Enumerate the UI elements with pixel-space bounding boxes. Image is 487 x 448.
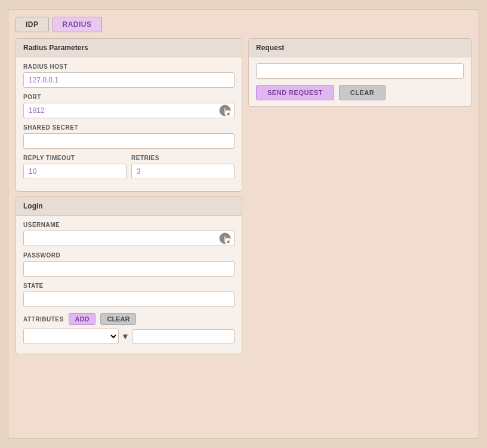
tab-radius[interactable]: RADIUS (53, 17, 102, 32)
radius-params-header: Radius Parameters (16, 39, 242, 57)
attributes-label: ATTRIBUTES (23, 316, 64, 323)
retries-label: RETRIES (131, 155, 235, 161)
login-body: USERNAME i ✕ (16, 216, 242, 354)
content-area: Radius Parameters RADIUS HOST PORT (16, 38, 471, 431)
right-panel: Request SEND REQUEST CLEAR (248, 38, 471, 431)
username-label: USERNAME (23, 222, 235, 228)
username-input-wrapper: i ✕ (23, 231, 235, 246)
retries-group: RETRIES (131, 155, 235, 179)
radius-host-label: RADIUS HOST (23, 63, 235, 70)
username-group: USERNAME i ✕ (23, 222, 235, 246)
request-header: Request (249, 39, 471, 57)
reply-timeout-group: REPLY TIMEOUT (23, 155, 127, 179)
login-section: Login USERNAME i ✕ (16, 197, 242, 354)
port-group: PORT i ✕ (23, 94, 235, 118)
clear-attribute-button[interactable]: CLEAR (100, 313, 136, 325)
password-input[interactable] (23, 261, 235, 277)
password-label: PASSWORD (23, 252, 235, 259)
state-input[interactable] (23, 291, 235, 307)
shared-secret-label: SHARED SECRET (23, 124, 235, 131)
send-request-button[interactable]: SEND REQUEST (256, 85, 334, 100)
timeout-retries-row: REPLY TIMEOUT RETRIES (23, 155, 235, 185)
port-info-icon[interactable]: i ✕ (219, 105, 231, 116)
radius-host-group: RADIUS HOST (23, 63, 235, 88)
attribute-select[interactable] (23, 329, 119, 344)
tab-bar: IDP RADIUS (16, 17, 471, 32)
request-body: SEND REQUEST CLEAR (249, 57, 471, 106)
svg-text:✕: ✕ (226, 240, 230, 245)
radius-host-input[interactable] (23, 72, 235, 88)
reply-timeout-input[interactable] (23, 164, 127, 179)
dropdown-arrow-icon: ▼ (121, 332, 130, 341)
port-input[interactable] (23, 103, 235, 118)
add-attribute-button[interactable]: ADD (69, 313, 96, 325)
attribute-dropdown-row: ▼ (23, 329, 235, 344)
retries-input[interactable] (131, 164, 235, 179)
left-panel: Radius Parameters RADIUS HOST PORT (16, 38, 242, 431)
attributes-row: ATTRIBUTES ADD CLEAR (23, 313, 235, 325)
attribute-value-input[interactable] (132, 329, 235, 343)
radius-params-section: Radius Parameters RADIUS HOST PORT (16, 38, 242, 192)
request-section: Request SEND REQUEST CLEAR (248, 38, 471, 107)
tab-idp[interactable]: IDP (16, 17, 49, 32)
request-actions: SEND REQUEST CLEAR (256, 85, 464, 100)
shared-secret-input[interactable] (23, 133, 235, 149)
username-info-icon[interactable]: i ✕ (219, 232, 231, 244)
password-group: PASSWORD (23, 252, 235, 277)
port-input-wrapper: i ✕ (23, 103, 235, 118)
reply-timeout-label: REPLY TIMEOUT (23, 155, 127, 161)
svg-text:✕: ✕ (226, 112, 230, 117)
state-label: STATE (23, 283, 235, 289)
request-input[interactable] (256, 63, 464, 79)
radius-params-body: RADIUS HOST PORT i (16, 57, 242, 191)
shared-secret-group: SHARED SECRET (23, 124, 235, 149)
login-header: Login (16, 197, 242, 216)
main-container: IDP RADIUS Radius Parameters RADIUS HOST… (8, 9, 479, 439)
state-group: STATE (23, 283, 235, 307)
username-input[interactable] (23, 231, 235, 246)
port-label: PORT (23, 94, 235, 100)
clear-request-button[interactable]: CLEAR (339, 85, 386, 100)
